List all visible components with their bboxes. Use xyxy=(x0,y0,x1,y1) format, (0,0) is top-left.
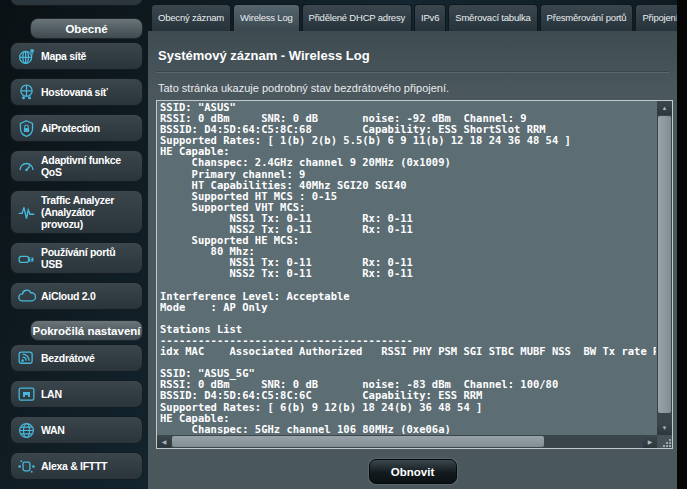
sidebar-item-wan[interactable]: WAN xyxy=(10,416,143,444)
resize-grip-icon[interactable] xyxy=(657,435,672,448)
page-description: Tato stránka ukazuje podrobný stav bezdr… xyxy=(158,82,667,94)
sidebar-item-label: Alexa & IFTTT xyxy=(41,460,107,472)
sidebar-item-traffic-analyzer[interactable]: Traffic Analyzer (Analyzátor provozu) xyxy=(10,190,143,234)
wireless-signal-icon xyxy=(16,348,36,368)
chevron-down-icon: ▼ xyxy=(662,425,668,431)
guest-network-icon xyxy=(16,82,36,102)
chevron-right-icon: ▶ xyxy=(648,438,653,445)
alexa-ifttt-icon xyxy=(16,456,36,476)
scroll-right-button[interactable]: ▶ xyxy=(643,435,657,448)
lan-port-icon xyxy=(16,384,36,404)
page-right-edge xyxy=(677,0,687,489)
globe-icon xyxy=(16,0,36,2)
page-title: Systémový záznam - Wireless Log xyxy=(156,31,669,72)
scroll-up-button[interactable]: ▲ xyxy=(657,101,672,115)
sidebar-item-label: WAN xyxy=(41,424,65,436)
sidebar-item-label: Adaptivní funkce QoS xyxy=(41,154,138,178)
wan-globe-icon xyxy=(16,420,36,440)
main-content: Obecný záznam Wireless Log Přidělené DHC… xyxy=(148,0,677,489)
sidebar-item-lan[interactable]: LAN xyxy=(10,380,143,408)
sidebar-item-aiprotection[interactable]: AiProtection xyxy=(10,114,143,142)
vertical-scrollbar[interactable]: ▲ ▼ xyxy=(657,101,672,435)
sidebar-item-wireless[interactable]: Bezdrátové xyxy=(10,344,143,372)
sidebar-item-label: Mapa sítě xyxy=(41,50,86,62)
sidebar-item-internet-setup[interactable]: internetu xyxy=(10,0,143,6)
sidebar-item-alexa-ifttt[interactable]: Alexa & IFTTT xyxy=(10,452,143,480)
sidebar-item-label: Hostovaná síť xyxy=(41,86,107,98)
sidebar-item-usb-application[interactable]: Používání portů USB xyxy=(10,242,143,274)
sidebar-item-aicloud[interactable]: AiCloud 2.0 xyxy=(10,282,143,310)
wireless-log-panel: Systémový záznam - Wireless Log Tato str… xyxy=(148,31,677,489)
tab-dhcp-leases[interactable]: Přidělené DHCP adresy xyxy=(302,4,412,31)
sidebar-item-guest-network[interactable]: Hostovaná síť xyxy=(10,78,143,106)
sidebar: internetu Obecné Mapa sítě Hostovaná síť xyxy=(10,0,143,489)
chevron-up-icon: ▲ xyxy=(662,105,668,111)
sidebar-item-label: AiProtection xyxy=(41,122,100,134)
tab-port-forwarding[interactable]: Přesměrování portů xyxy=(540,4,634,31)
sidebar-item-internet-setup-cutoff[interactable]: internetu xyxy=(10,0,143,8)
tab-wireless-log[interactable]: Wireless Log xyxy=(233,4,300,31)
cloud-icon xyxy=(16,286,36,306)
wireless-log-textarea[interactable]: SSID: "ASUS" RSSI: 0 dBm SNR: 0 dB noise… xyxy=(156,100,673,449)
tab-general-log[interactable]: Obecný záznam xyxy=(151,4,231,31)
sidebar-section-advanced: Pokročilá nastavení xyxy=(30,320,143,341)
shield-lock-icon xyxy=(16,118,36,138)
sidebar-item-label: Traffic Analyzer (Analyzátor provozu) xyxy=(41,194,138,230)
tab-routing-table[interactable]: Směrovací tabulka xyxy=(448,4,537,31)
sidebar-item-label: Bezdrátové xyxy=(41,352,95,364)
qos-gauge-icon xyxy=(16,156,36,176)
sidebar-item-label: LAN xyxy=(41,388,62,400)
title-divider xyxy=(156,72,669,73)
sidebar-item-label: Používání portů USB xyxy=(41,246,138,270)
traffic-waveform-icon xyxy=(16,202,36,222)
wireless-log-text[interactable]: SSID: "ASUS" RSSI: 0 dBm SNR: 0 dB noise… xyxy=(160,102,656,434)
sidebar-item-label: AiCloud 2.0 xyxy=(41,290,95,302)
scroll-down-button[interactable]: ▼ xyxy=(657,421,672,435)
usb-drive-icon xyxy=(16,248,36,268)
sidebar-item-adaptive-qos[interactable]: Adaptivní funkce QoS xyxy=(10,150,143,182)
scroll-left-button[interactable]: ◀ xyxy=(157,435,171,448)
vertical-scroll-thumb[interactable] xyxy=(658,116,671,413)
horizontal-scroll-thumb[interactable] xyxy=(172,436,544,447)
horizontal-scrollbar[interactable]: ◀ ▶ xyxy=(157,435,657,448)
sidebar-section-general: Obecné xyxy=(30,18,143,39)
log-tabbar: Obecný záznam Wireless Log Přidělené DHC… xyxy=(151,4,677,31)
sidebar-item-network-map[interactable]: Mapa sítě xyxy=(10,42,143,70)
refresh-button[interactable]: Obnovit xyxy=(369,459,457,484)
refresh-row: Obnovit xyxy=(148,459,677,484)
chevron-left-icon: ◀ xyxy=(162,438,167,445)
tab-ipv6[interactable]: IPv6 xyxy=(414,4,446,31)
router-admin-page: internetu Obecné Mapa sítě Hostovaná síť xyxy=(0,0,687,489)
network-map-icon xyxy=(16,46,36,66)
